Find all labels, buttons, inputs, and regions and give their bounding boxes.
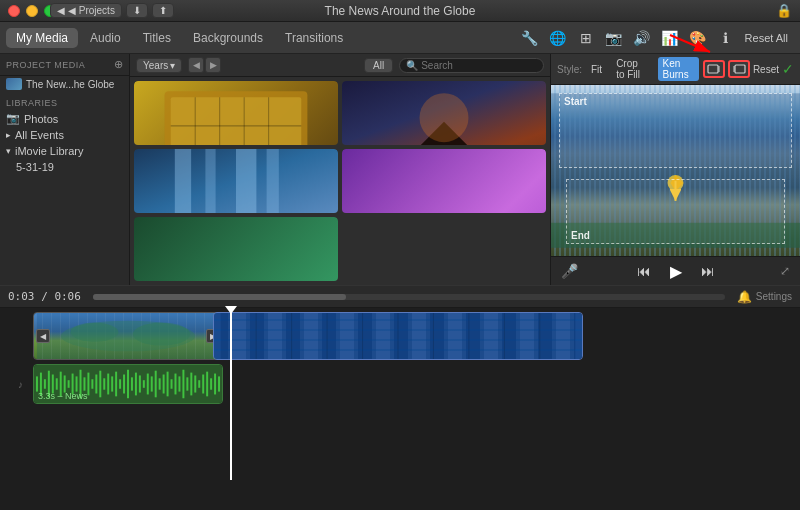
timeline-area: 0:03 / 0:06 🔔 Settings [0,285,800,480]
track-underwater-clip[interactable] [213,312,583,360]
reset-button[interactable]: Reset [753,64,779,75]
all-filter-button[interactable]: All [364,58,393,73]
timeline-tracks: ◀ ▶ [0,308,800,480]
timecode-current: 0:03 [8,290,35,303]
media-thumb-purple[interactable] [342,149,546,213]
svg-rect-17 [205,149,215,213]
track-globe-clip[interactable]: ◀ ▶ [33,312,223,360]
project-item[interactable]: The New...he Globe [0,76,129,92]
wrench-icon[interactable]: 🔧 [519,27,541,49]
all-events-label: All Events [15,129,64,141]
timecode-total: 0:06 [54,290,81,303]
thumb-waterfall-bg [134,149,338,213]
project-media-label: PROJECT MEDIA [6,60,85,70]
svg-rect-55 [44,379,46,389]
library-item-imovie[interactable]: ▾ iMovie Library [0,143,129,159]
bell-icon[interactable]: 🔔 [737,290,752,304]
skip-back-button[interactable]: ⏮ [634,261,654,281]
minimize-button[interactable] [26,5,38,17]
crop-to-fill-button[interactable]: Crop to Fill [611,57,653,81]
timeline-playhead[interactable] [230,308,232,480]
svg-rect-77 [131,377,133,390]
svg-rect-96 [206,372,208,397]
media-browser-toolbar: Years ▾ ◀ ▶ All 🔍 [130,54,550,77]
library-item-all-events[interactable]: ▸ All Events [0,127,129,143]
tab-audio[interactable]: Audio [80,28,131,48]
window-title: The News Around the Globe [325,4,476,18]
current-timecode: 0:03 / 0:06 [8,290,81,303]
fit-button[interactable]: Fit [586,63,607,76]
preview-panel: Style: Fit Crop to Fill Ken Burns [550,54,800,285]
library-item-photos[interactable]: 📷 Photos [0,110,129,127]
svg-rect-86 [167,372,169,397]
timeline-scrubber[interactable] [93,294,725,300]
kb-arrow-svg [551,85,800,256]
svg-rect-79 [139,375,141,392]
nav-next-button[interactable]: ▶ [205,57,221,73]
import-icon: ⬇ [133,5,141,16]
export-button[interactable]: ⬆ [152,3,174,18]
import-button[interactable]: ⬇ [126,3,148,18]
preview-controls: 🎤 ⏮ ▶ ⏭ ⤢ [551,256,800,285]
speaker-icon[interactable]: 🔊 [631,27,653,49]
track-row-underwater [213,312,800,360]
tab-my-media[interactable]: My Media [6,28,78,48]
close-button[interactable] [8,5,20,17]
settings-label: Settings [756,291,792,302]
media-thumb-house[interactable] [342,81,546,145]
svg-rect-94 [198,380,200,388]
media-grid [130,77,550,285]
end-frame-button[interactable] [728,60,750,78]
svg-rect-76 [127,370,129,399]
svg-rect-78 [135,373,137,396]
search-input[interactable] [421,60,537,71]
mic-icon[interactable]: 🎤 [561,263,578,279]
reset-all-button[interactable]: Reset All [739,30,794,46]
svg-rect-71 [107,374,109,395]
svg-rect-53 [36,376,38,391]
project-thumbnail [6,78,22,90]
ken-burns-button[interactable]: Ken Burns [658,57,699,81]
red-arrow-annotation [660,30,720,60]
svg-rect-87 [171,379,173,389]
export-icon: ⬆ [159,5,167,16]
svg-rect-80 [143,380,145,388]
track-audio-clip[interactable]: 3.3s – News [33,364,223,404]
confirm-icon[interactable]: ✓ [782,61,794,77]
years-label: Years [143,60,168,71]
svg-rect-72 [111,376,113,391]
tab-transitions[interactable]: Transitions [275,28,353,48]
start-frame-button[interactable] [703,60,725,78]
grid-icon[interactable]: ⊞ [575,27,597,49]
media-thumb-underwater[interactable] [134,217,338,281]
add-media-icon[interactable]: ⊕ [114,58,123,71]
preview-video: Start End [551,85,800,256]
track-underwater-content [213,312,800,360]
track-label-area-audio: ♪ [8,379,33,390]
nav-prev-button[interactable]: ◀ [188,57,204,73]
back-projects-button[interactable]: ◀ ◀ Projects [50,3,122,18]
settings-button[interactable]: Settings [756,291,792,302]
tab-titles[interactable]: Titles [133,28,181,48]
track-row-audio: ♪ [8,364,800,404]
search-box: 🔍 [399,58,544,73]
years-dropdown[interactable]: Years ▾ [136,58,182,73]
left-panel: PROJECT MEDIA ⊕ The New...he Globe LIBRA… [0,54,130,285]
camera-icon[interactable]: 📷 [603,27,625,49]
library-item-date[interactable]: 5-31-19 [0,159,129,175]
skip-forward-button[interactable]: ⏭ [698,261,718,281]
svg-line-1 [670,35,710,52]
libraries-label: LIBRARIES [0,92,129,110]
tab-backgrounds[interactable]: Backgrounds [183,28,273,48]
photos-icon: 📷 [6,112,20,125]
svg-rect-90 [182,370,184,399]
media-thumb-waterfall[interactable] [134,149,338,213]
fullscreen-icon[interactable]: ⤢ [780,264,790,278]
track-trim-left[interactable]: ◀ [36,329,50,343]
media-thumb-game[interactable] [134,81,338,145]
svg-rect-63 [76,376,78,391]
play-button[interactable]: ▶ [666,261,686,281]
globe-icon[interactable]: 🌐 [547,27,569,49]
track-audio-content: 3.3s – News [33,364,800,404]
svg-rect-93 [194,375,196,392]
